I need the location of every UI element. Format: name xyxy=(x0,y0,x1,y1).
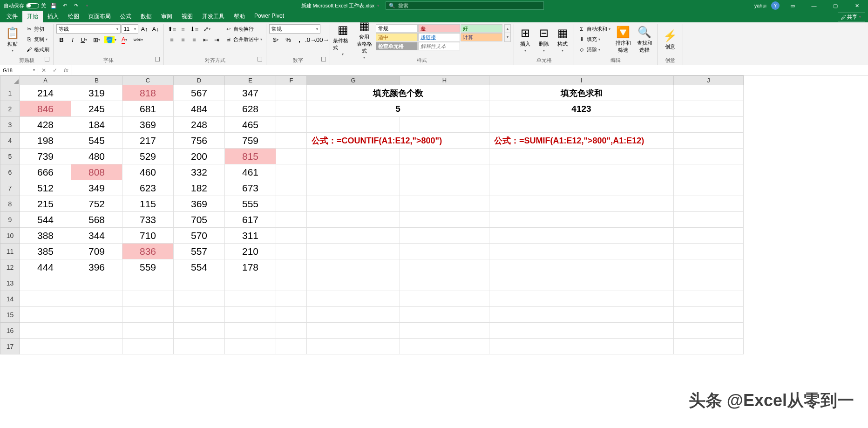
cell-C11[interactable]: 836 xyxy=(122,244,174,259)
name-box[interactable]: G18▾ xyxy=(0,65,38,75)
number-launcher[interactable] xyxy=(321,57,326,61)
ideas-button[interactable]: ⚡创意 xyxy=(660,24,680,55)
cell-H10[interactable] xyxy=(400,228,489,244)
cell-J16[interactable] xyxy=(674,323,744,339)
cell-A9[interactable]: 544 xyxy=(20,212,71,228)
cell-C4[interactable]: 217 xyxy=(122,133,174,149)
cell-B9[interactable]: 568 xyxy=(71,212,122,228)
cell-C16[interactable] xyxy=(122,323,174,339)
row-header-2[interactable]: 2 xyxy=(0,101,20,117)
row-header-1[interactable]: 1 xyxy=(0,85,20,101)
cell-D8[interactable]: 369 xyxy=(174,196,225,212)
cell-F3[interactable] xyxy=(276,117,307,133)
row-header-4[interactable]: 4 xyxy=(0,133,20,149)
cell-F10[interactable] xyxy=(276,228,307,244)
row-header-17[interactable]: 17 xyxy=(0,339,20,354)
cell-A11[interactable]: 385 xyxy=(20,244,71,259)
cell-B17[interactable] xyxy=(71,339,122,354)
cell-G8[interactable] xyxy=(307,196,400,212)
close-icon[interactable]: ✕ xyxy=(848,0,865,11)
row-header-14[interactable]: 14 xyxy=(0,291,20,307)
tab-插入[interactable]: 插入 xyxy=(43,11,63,22)
cell-C1[interactable]: 818 xyxy=(122,85,174,101)
cell-I15[interactable] xyxy=(489,307,674,323)
cell-B4[interactable]: 545 xyxy=(71,133,122,149)
cell-C6[interactable]: 460 xyxy=(122,164,174,180)
format-painter-button[interactable]: 🖌格式刷 xyxy=(24,45,50,54)
cell-D16[interactable] xyxy=(174,323,225,339)
underline-button[interactable]: U▾ xyxy=(79,35,89,44)
cell-C5[interactable]: 529 xyxy=(122,149,174,164)
cell-A5[interactable]: 739 xyxy=(20,149,71,164)
tab-数据[interactable]: 数据 xyxy=(136,11,156,22)
conditional-format-button[interactable]: ▦条件格式▾ xyxy=(333,24,353,55)
align-top-button[interactable]: ⬆≡ xyxy=(167,24,177,34)
cell-G16[interactable] xyxy=(307,323,400,339)
cell-C3[interactable]: 369 xyxy=(122,117,174,133)
cell-F4[interactable] xyxy=(276,133,307,149)
border-button[interactable]: ⊞▾ xyxy=(90,35,103,44)
cell-F11[interactable] xyxy=(276,244,307,259)
cell-D10[interactable]: 570 xyxy=(174,228,225,244)
cell-G3[interactable] xyxy=(307,117,400,133)
tab-文件[interactable]: 文件 xyxy=(2,11,22,22)
cell-A8[interactable]: 215 xyxy=(20,196,71,212)
cell-J6[interactable] xyxy=(674,164,744,180)
cell-G13[interactable] xyxy=(307,275,400,291)
orientation-button[interactable]: ⤢▾ xyxy=(200,24,213,34)
fx-button[interactable]: fx xyxy=(61,65,72,75)
row-header-11[interactable]: 11 xyxy=(0,244,20,259)
cell-C15[interactable] xyxy=(122,307,174,323)
style-explain[interactable]: 解释性文本 xyxy=(418,42,460,50)
col-header-B[interactable]: B xyxy=(71,76,122,85)
ribbon-mode-icon[interactable]: ▭ xyxy=(784,0,801,11)
row-header-9[interactable]: 9 xyxy=(0,212,20,228)
align-middle-button[interactable]: ≡ xyxy=(178,24,188,34)
cell-B10[interactable]: 344 xyxy=(71,228,122,244)
cell-D11[interactable]: 557 xyxy=(174,244,225,259)
align-right-button[interactable]: ≡ xyxy=(189,35,199,44)
style-bad[interactable]: 差 xyxy=(418,24,460,33)
cut-button[interactable]: ✂剪切 xyxy=(24,24,50,34)
cell-E7[interactable]: 673 xyxy=(225,180,276,196)
cell-G11[interactable] xyxy=(307,244,400,259)
align-center-button[interactable]: ≡ xyxy=(178,35,188,44)
cell-I3[interactable] xyxy=(489,117,674,133)
clipboard-launcher[interactable] xyxy=(45,57,49,61)
cell-I11[interactable] xyxy=(489,244,674,259)
cell-E13[interactable] xyxy=(225,275,276,291)
delete-cells-button[interactable]: ⊟删除▾ xyxy=(536,24,552,55)
cell-I17[interactable] xyxy=(489,339,674,354)
minimize-icon[interactable]: — xyxy=(806,0,822,11)
tab-公式[interactable]: 公式 xyxy=(115,11,136,22)
cell-G14[interactable] xyxy=(307,291,400,307)
cell-I7[interactable] xyxy=(489,180,674,196)
cell-E12[interactable]: 178 xyxy=(225,259,276,275)
col-header-G[interactable]: G xyxy=(307,76,400,85)
cell-E15[interactable] xyxy=(225,307,276,323)
cell-H15[interactable] xyxy=(400,307,489,323)
cell-A14[interactable] xyxy=(20,291,71,307)
cell-D15[interactable] xyxy=(174,307,225,323)
font-name-combo[interactable]: 等线▾ xyxy=(56,24,121,34)
tab-开发工具[interactable]: 开发工具 xyxy=(197,11,229,22)
cell-F5[interactable] xyxy=(276,149,307,164)
cell-A2[interactable]: 846 xyxy=(20,101,71,117)
cell-B7[interactable]: 349 xyxy=(71,180,122,196)
cell-I1[interactable]: 填充色求和 xyxy=(489,85,674,101)
cell-H9[interactable] xyxy=(400,212,489,228)
tab-Power Pivot[interactable]: Power Pivot xyxy=(250,11,289,22)
cell-H11[interactable] xyxy=(400,244,489,259)
cell-D1[interactable]: 567 xyxy=(174,85,225,101)
cell-J10[interactable] xyxy=(674,228,744,244)
cell-E10[interactable]: 311 xyxy=(225,228,276,244)
cell-D12[interactable]: 554 xyxy=(174,259,225,275)
col-header-C[interactable]: C xyxy=(122,76,174,85)
increase-indent-button[interactable]: ⇥ xyxy=(211,35,222,44)
redo-icon[interactable]: ↷ xyxy=(72,2,80,9)
fill-color-button[interactable]: 🪣▾ xyxy=(104,35,117,44)
cell-H14[interactable] xyxy=(400,291,489,307)
col-header-F[interactable]: F xyxy=(276,76,307,85)
cell-A1[interactable]: 214 xyxy=(20,85,71,101)
cell-J13[interactable] xyxy=(674,275,744,291)
